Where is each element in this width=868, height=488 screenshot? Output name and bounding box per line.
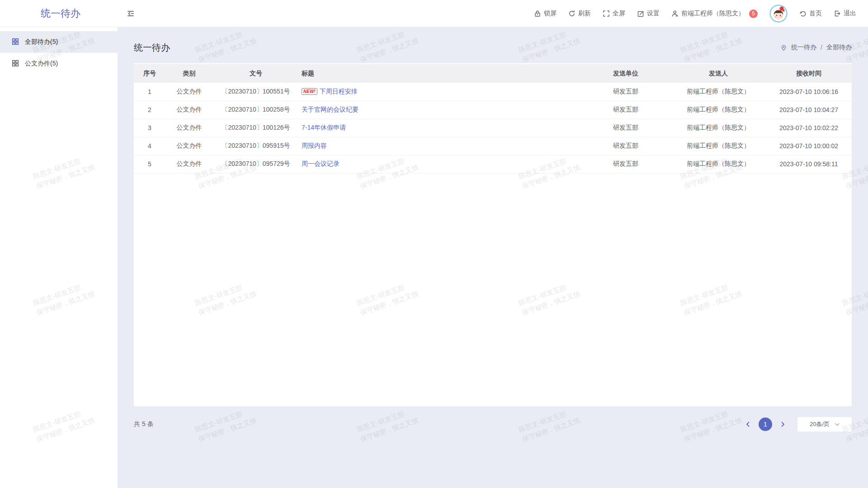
cell-received-at: 2023-07-10 10:02:22: [766, 119, 852, 137]
logout-button[interactable]: 退出: [834, 9, 856, 18]
table-row: 1公文办件〔20230710〕100551号NEW!下周日程安排研发五部前端工程…: [134, 83, 852, 101]
doc-title-link[interactable]: 周报内容: [302, 142, 327, 149]
prev-page-button[interactable]: [741, 418, 755, 431]
refresh-icon: [568, 10, 576, 17]
cell-title: 7-14年休假申请: [299, 119, 580, 137]
cell-sender-unit: 研发五部: [580, 119, 671, 137]
home-button[interactable]: 首页: [799, 9, 822, 18]
cell-sender: 前端工程师（陈思文）: [671, 101, 766, 119]
lock-icon: [534, 10, 541, 17]
todo-table-card: 序号 类别 文号 标题 发送单位 发送人 接收时间 1公文办件〔20230710…: [134, 63, 852, 406]
cell-sender: 前端工程师（陈思文）: [671, 83, 766, 101]
table-body: 1公文办件〔20230710〕100551号NEW!下周日程安排研发五部前端工程…: [134, 83, 852, 173]
cell-category: 公文办件: [165, 119, 213, 137]
cell-sender-unit: 研发五部: [580, 101, 671, 119]
breadcrumb-current: 全部待办: [826, 43, 852, 52]
breadcrumb-root[interactable]: 统一待办: [791, 43, 816, 52]
undo-home-icon: [799, 10, 807, 17]
column-header-received-at: 接收时间: [766, 64, 852, 83]
breadcrumb: 统一待办 / 全部待办: [780, 43, 852, 52]
page-size-select[interactable]: 20条/页: [797, 417, 852, 432]
sidebar-item-label: 公文办件(5): [25, 60, 58, 68]
cell-doc-no: 〔20230710〕100258号: [213, 101, 299, 119]
cell-no: 4: [134, 137, 165, 155]
breadcrumb-separator: /: [821, 44, 822, 51]
cell-category: 公文办件: [165, 101, 213, 119]
page-number-button[interactable]: 1: [759, 418, 772, 431]
fullscreen-icon: [603, 10, 610, 17]
total-count: 共 5 条: [134, 420, 154, 428]
sidebar-item-all-todo[interactable]: 全部待办(5): [0, 31, 118, 53]
cell-received-at: 2023-07-10 10:00:02: [766, 137, 852, 155]
column-header-title: 标题: [299, 64, 580, 83]
table-row: 4公文办件〔20230710〕095915号周报内容研发五部前端工程师（陈思文）…: [134, 137, 852, 155]
pagination-bar: 共 5 条 1 20条/页: [134, 417, 852, 432]
settings-icon: [637, 10, 644, 17]
refresh-button[interactable]: 刷新: [568, 9, 591, 18]
main-content: 统一待办 统一待办 / 全部待办 序号 类别 文号: [118, 27, 868, 488]
cell-doc-no: 〔20230710〕100551号: [213, 83, 299, 101]
cell-title: 周一会议记录: [299, 155, 580, 173]
cell-no: 5: [134, 155, 165, 173]
table-row: 3公文办件〔20230710〕100126号7-14年休假申请研发五部前端工程师…: [134, 119, 852, 137]
cell-category: 公文办件: [165, 137, 213, 155]
cell-title: NEW!下周日程安排: [299, 83, 580, 101]
user-menu[interactable]: 前端工程师（陈思文） 5: [671, 9, 758, 18]
app-header: 统一待办 锁屏 刷新: [0, 0, 868, 27]
cell-doc-no: 〔20230710〕095729号: [213, 155, 299, 173]
grid-icon: [12, 38, 19, 47]
settings-button[interactable]: 设置: [637, 9, 660, 18]
chevron-down-icon: [835, 423, 840, 426]
lock-screen-button[interactable]: 锁屏: [534, 9, 557, 18]
cell-no: 1: [134, 83, 165, 101]
cell-title: 关于官网的会议纪要: [299, 101, 580, 119]
cell-sender: 前端工程师（陈思文）: [671, 137, 766, 155]
column-header-sender: 发送人: [671, 64, 766, 83]
cell-received-at: 2023-07-10 09:58:11: [766, 155, 852, 173]
cell-doc-no: 〔20230710〕095915号: [213, 137, 299, 155]
column-header-category: 类别: [165, 64, 213, 83]
cell-sender-unit: 研发五部: [580, 83, 671, 101]
sidebar-item-label: 全部待办(5): [25, 38, 58, 46]
user-icon: [671, 10, 679, 17]
column-header-sender-unit: 发送单位: [580, 64, 671, 83]
column-header-doc-no: 文号: [213, 64, 299, 83]
doc-title-link[interactable]: 下周日程安排: [320, 88, 358, 95]
fullscreen-button[interactable]: 全屏: [603, 9, 625, 18]
cell-title: 周报内容: [299, 137, 580, 155]
todo-table: 序号 类别 文号 标题 发送单位 发送人 接收时间 1公文办件〔20230710…: [134, 64, 852, 174]
sidebar-item-official-docs[interactable]: 公文办件(5): [0, 53, 118, 75]
column-header-no: 序号: [134, 64, 165, 83]
sidebar-collapse-icon[interactable]: [127, 9, 135, 18]
grid-icon: [12, 60, 19, 68]
table-row: 5公文办件〔20230710〕095729号周一会议记录研发五部前端工程师（陈思…: [134, 155, 852, 173]
doc-title-link[interactable]: 关于官网的会议纪要: [302, 106, 359, 113]
user-name: 前端工程师（陈思文）: [681, 9, 745, 18]
header-toolbar: 锁屏 刷新 全屏 设置: [534, 0, 856, 27]
cell-no: 3: [134, 119, 165, 137]
cell-sender-unit: 研发五部: [580, 155, 671, 173]
cell-no: 2: [134, 101, 165, 119]
table-header-row: 序号 类别 文号 标题 发送单位 发送人 接收时间: [134, 64, 852, 83]
sidebar: 全部待办(5) 公文办件(5): [0, 28, 118, 488]
cell-received-at: 2023-07-10 10:06:16: [766, 83, 852, 101]
cell-received-at: 2023-07-10 10:04:27: [766, 101, 852, 119]
cell-sender: 前端工程师（陈思文）: [671, 119, 766, 137]
cell-sender: 前端工程师（陈思文）: [671, 155, 766, 173]
cell-category: 公文办件: [165, 83, 213, 101]
doc-title-link[interactable]: 周一会议记录: [302, 160, 340, 167]
cell-category: 公文办件: [165, 155, 213, 173]
new-badge: NEW!: [302, 88, 317, 95]
cell-doc-no: 〔20230710〕100126号: [213, 119, 299, 137]
table-row: 2公文办件〔20230710〕100258号关于官网的会议纪要研发五部前端工程师…: [134, 101, 852, 119]
logout-icon: [834, 10, 841, 17]
next-page-button[interactable]: [776, 418, 789, 431]
page-title: 统一待办: [134, 42, 170, 54]
cell-sender-unit: 研发五部: [580, 137, 671, 155]
app-logo[interactable]: 统一待办: [41, 0, 80, 27]
todo-count-badge: 5: [749, 9, 758, 18]
doc-title-link[interactable]: 7-14年休假申请: [302, 124, 346, 131]
location-pin-icon: [780, 44, 787, 51]
avatar[interactable]: [769, 5, 788, 23]
